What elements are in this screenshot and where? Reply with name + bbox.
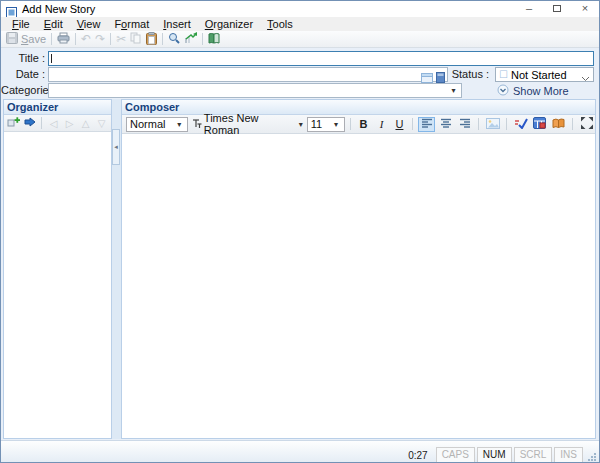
print-button[interactable] [55,32,72,47]
spellcheck-icon [514,115,528,133]
statistics-icon [184,32,197,46]
add-item-button[interactable] [6,116,21,131]
move-forward-button[interactable]: ▷ [62,116,77,131]
menu-tools[interactable]: Tools [260,17,300,31]
show-more-label: Show More [513,85,569,97]
toolbar-separator [572,118,573,130]
composer-panel-title: Composer [122,100,595,115]
minimize-button[interactable]: – [515,1,543,17]
menu-file[interactable]: File [5,17,37,31]
insert-image-button[interactable] [484,116,501,132]
title-row: Title : [1,51,599,66]
book-icon [208,32,220,46]
align-center-button[interactable] [437,117,454,132]
menu-label-part: iew [84,18,101,30]
save-icon [6,32,18,46]
orange-book-icon [552,115,565,133]
paste-icon [146,32,157,47]
show-more-icon [497,84,509,98]
status-bar-right: 0:27 CAPS NUM SCRL INS [402,444,597,463]
menu-view[interactable]: View [70,17,108,31]
menu-label-accel: E [44,18,51,30]
fullscreen-button[interactable] [578,116,595,132]
menu-format[interactable]: Format [107,17,156,31]
text-caret [51,54,52,63]
app-icon [6,4,17,15]
checkbox-icon: ☐ [499,68,508,81]
redo-icon: ↷ [95,33,105,46]
undo-button[interactable]: ↶ [79,32,93,47]
table-icon [533,115,546,133]
panel-splitter[interactable]: ◂ [112,99,121,439]
story-form: Title : Date : Status : ☐ Not Started [1,48,599,99]
categories-select[interactable]: ▾ [48,83,462,98]
add-child-item-button[interactable] [22,116,37,131]
caps-lock-indicator: CAPS [436,447,475,463]
close-button[interactable]: × [571,1,599,17]
resize-grip[interactable] [588,448,597,463]
organizer-toolbar: ◁ ▷ △ ▽ [4,115,111,132]
thesaurus-button[interactable] [550,116,567,132]
status-value: Not Started [511,69,567,81]
move-up-button[interactable]: △ [78,116,93,131]
composer-panel: Composer Normal ▾ Times New Roman ▾ 11 ▾… [121,99,596,439]
copy-button[interactable] [128,32,144,47]
spellcheck-button[interactable] [512,116,529,132]
window-controls: – × [515,1,599,17]
underline-button[interactable]: U [391,116,407,132]
size-value: 11 [311,118,322,130]
forward-arrow-icon: ▷ [66,118,74,129]
menu-insert[interactable]: Insert [156,17,198,31]
redo-button[interactable]: ↷ [93,32,107,47]
status-label: Status : [441,67,489,82]
font-value: Times New Roman [204,112,297,136]
date-input[interactable] [48,67,448,82]
align-center-icon [440,115,452,133]
menu-label-part: nsert [166,18,190,30]
organizer-panel: Organizer ◁ ▷ △ ▽ [3,99,112,439]
organizer-list[interactable] [4,132,111,438]
cut-button[interactable]: ✂ [114,32,128,47]
collapse-panel-handle[interactable]: ◂ [112,129,120,165]
title-bar[interactable]: Add New Story – × [1,1,599,17]
font-size-select[interactable]: 11 ▾ [307,117,345,132]
print-icon [57,32,70,46]
dropdown-arrow-icon: ▾ [330,119,343,130]
main-area: Organizer ◁ ▷ △ ▽ ◂ Composer [1,99,599,440]
scroll-lock-indicator: SCRL [514,447,553,463]
paragraph-style-select[interactable]: Normal ▾ [126,117,188,132]
save-label: Save [21,33,46,45]
font-select[interactable]: Times New Roman ▾ [190,117,305,132]
paste-button[interactable] [144,32,159,47]
collapse-left-icon: ◂ [114,143,118,151]
composer-editor[interactable] [122,134,595,438]
dictionary-button[interactable] [206,32,222,47]
italic-button[interactable]: I [374,116,390,132]
toolbar-separator [75,33,76,45]
statistics-button[interactable] [182,32,199,47]
move-down-button[interactable]: ▽ [94,116,109,131]
toolbar-separator [162,33,163,45]
align-left-icon [421,115,433,133]
align-right-button[interactable] [456,117,473,132]
toolbar-separator [506,118,507,130]
dropdown-arrow-icon: ▾ [173,119,186,130]
autosave-timer: 0:27 [402,450,433,461]
show-more-button[interactable]: Show More [497,83,569,98]
toolbar-separator [51,33,52,45]
bold-button[interactable]: B [356,116,372,132]
back-arrow-icon: ◁ [50,118,58,129]
menu-label-part: ools [273,18,293,30]
insert-table-button[interactable] [531,116,548,132]
add-new-story-window: Add New Story – × File Edit View Format … [0,0,600,463]
status-select[interactable]: ☐ Not Started [495,67,594,82]
insert-mode-indicator: INS [554,447,583,463]
maximize-button[interactable] [543,1,571,17]
title-input[interactable] [48,51,594,66]
menu-organizer[interactable]: Organizer [198,17,260,31]
preview-button[interactable] [166,32,182,47]
move-back-button[interactable]: ◁ [46,116,61,131]
menu-edit[interactable]: Edit [37,17,70,31]
align-left-button[interactable] [418,117,435,132]
save-button[interactable]: Save [4,32,48,47]
